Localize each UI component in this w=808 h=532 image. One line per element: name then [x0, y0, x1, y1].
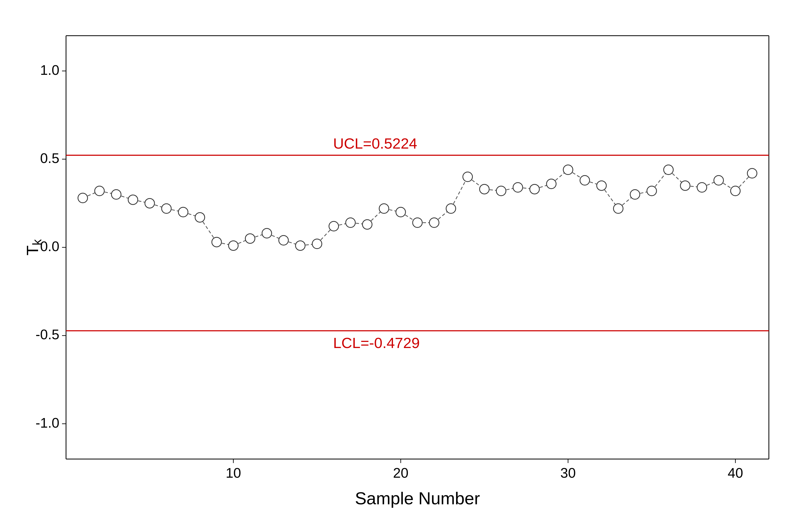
data-point: [747, 168, 757, 178]
data-point: [714, 176, 723, 185]
data-point: [680, 181, 690, 190]
y-tick-label: -0.5: [35, 327, 59, 342]
data-point: [362, 220, 372, 229]
data-point: [396, 207, 405, 217]
data-point: [279, 236, 288, 245]
y-tick-label: -1.0: [35, 415, 59, 430]
lcl-label: LCL=-0.4729: [333, 334, 420, 351]
data-point: [78, 193, 87, 203]
x-axis-label: Sample Number: [355, 489, 480, 508]
data-point: [94, 186, 104, 196]
data-point: [446, 204, 456, 213]
data-point: [245, 234, 255, 243]
data-point: [563, 165, 573, 175]
data-point: [178, 207, 188, 217]
data-point: [513, 183, 522, 192]
data-point: [630, 189, 640, 199]
data-point: [530, 184, 539, 194]
data-point: [647, 186, 657, 196]
x-tick-label: 30: [560, 465, 575, 481]
data-point: [546, 179, 556, 189]
data-point: [731, 186, 740, 196]
data-point: [412, 218, 422, 227]
ucl-label: UCL=0.5224: [333, 135, 417, 152]
data-point: [496, 186, 506, 196]
data-point: [346, 218, 355, 227]
data-point: [697, 183, 706, 192]
x-tick-label: 40: [728, 465, 743, 481]
data-point: [429, 218, 439, 227]
data-point: [329, 222, 338, 231]
x-tick-label: 20: [393, 465, 408, 481]
data-point: [312, 239, 322, 249]
data-point: [295, 241, 305, 250]
data-point: [379, 204, 389, 213]
data-point: [463, 172, 472, 182]
data-point: [613, 204, 623, 213]
data-point: [145, 198, 154, 208]
data-point: [479, 184, 489, 194]
data-point: [580, 176, 589, 185]
data-point: [195, 213, 204, 222]
data-point: [111, 189, 121, 199]
data-point: [162, 204, 171, 213]
data-point: [596, 181, 606, 190]
data-point: [228, 241, 238, 250]
data-point: [262, 228, 272, 238]
data-point: [212, 237, 221, 247]
chart-container: // Render chart from JSON data (function…: [18, 20, 790, 512]
y-tick-label: 0.5: [40, 150, 59, 166]
x-tick-label: 10: [225, 465, 241, 481]
data-point: [663, 165, 673, 175]
svg-rect-0: [18, 20, 790, 512]
data-point: [128, 195, 137, 204]
main-chart: // Render chart from JSON data (function…: [18, 20, 790, 512]
y-tick-label: 1.0: [40, 62, 59, 78]
